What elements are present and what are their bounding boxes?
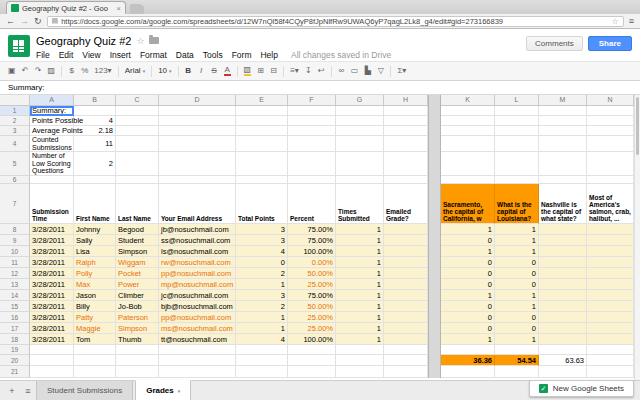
cell-G7[interactable]: Times Submitted bbox=[336, 184, 384, 224]
cell-F18[interactable]: 100.00% bbox=[288, 334, 336, 345]
folder-icon[interactable] bbox=[149, 37, 159, 44]
cell-N3[interactable] bbox=[587, 126, 634, 136]
cell-N9[interactable] bbox=[587, 235, 634, 246]
cell-H10[interactable] bbox=[384, 246, 428, 257]
row-header-15[interactable]: 15 bbox=[0, 301, 30, 312]
cell-F13[interactable]: 25.00% bbox=[288, 279, 336, 290]
cell-K2[interactable] bbox=[441, 116, 495, 126]
cell-F17[interactable]: 25.00% bbox=[288, 323, 336, 334]
cell-B8[interactable]: Johnny bbox=[74, 224, 116, 235]
row-header-10[interactable]: 10 bbox=[0, 246, 30, 257]
cell-M18[interactable] bbox=[539, 334, 587, 345]
cell-H16[interactable] bbox=[384, 312, 428, 323]
cell-E21[interactable] bbox=[236, 366, 288, 378]
cell-N12[interactable] bbox=[587, 268, 634, 279]
cell-M15[interactable] bbox=[539, 301, 587, 312]
column-header-b[interactable]: B bbox=[74, 95, 116, 106]
cell-K8[interactable]: 1 bbox=[441, 224, 495, 235]
cell-B17[interactable]: Maggie bbox=[74, 323, 116, 334]
cell-G11[interactable]: 1 bbox=[336, 257, 384, 268]
forward-icon[interactable]: → bbox=[20, 17, 29, 26]
cell-M14[interactable] bbox=[539, 290, 587, 301]
cell-D19[interactable] bbox=[159, 345, 236, 355]
cell-F9[interactable]: 75.00% bbox=[288, 235, 336, 246]
menu-format[interactable]: Format bbox=[140, 50, 167, 60]
cell-H9[interactable] bbox=[384, 235, 428, 246]
row-header-21[interactable]: 21 bbox=[0, 366, 30, 378]
percent-format-button[interactable]: % bbox=[81, 67, 88, 75]
cell-L5[interactable] bbox=[495, 152, 539, 176]
sheet-tab-grades[interactable]: Grades ▾ bbox=[135, 380, 191, 400]
undo-button[interactable]: ↶ bbox=[22, 67, 29, 75]
cell-A18[interactable]: 3/28/2011 bbox=[30, 334, 74, 345]
cell-H1[interactable] bbox=[384, 106, 428, 116]
cell-L11[interactable]: 0 bbox=[495, 257, 539, 268]
cell-E2[interactable] bbox=[236, 116, 288, 126]
cell-F1[interactable] bbox=[288, 106, 336, 116]
cell-H7[interactable]: Emailed Grade? bbox=[384, 184, 428, 224]
cell-A4[interactable]: Counted Submissions bbox=[30, 136, 74, 152]
cell-H8[interactable] bbox=[384, 224, 428, 235]
cell-L17[interactable]: 0 bbox=[495, 323, 539, 334]
cell-D13[interactable]: mp@nosuchmail.com bbox=[159, 279, 236, 290]
cell-N21[interactable] bbox=[587, 366, 634, 378]
cell-K9[interactable]: 0 bbox=[441, 235, 495, 246]
cell-H6[interactable] bbox=[384, 176, 428, 184]
cell-N6[interactable] bbox=[587, 176, 634, 184]
address-bar[interactable]: ▤ https://docs.google.com/a/google.com/s… bbox=[47, 16, 624, 27]
cell-D11[interactable]: rw@nosuchmail.com bbox=[159, 257, 236, 268]
number-format-button[interactable]: 123▾ bbox=[94, 67, 111, 75]
cell-K13[interactable]: 0 bbox=[441, 279, 495, 290]
cell-E4[interactable] bbox=[236, 136, 288, 152]
cell-K7[interactable]: Sacramento, the capital of California, w bbox=[441, 184, 495, 224]
cell-B20[interactable] bbox=[74, 355, 116, 366]
column-header-f[interactable]: F bbox=[288, 95, 336, 106]
cell-A16[interactable]: 3/28/2011 bbox=[30, 312, 74, 323]
cell-M5[interactable] bbox=[539, 152, 587, 176]
cell-M9[interactable] bbox=[539, 235, 587, 246]
cell-M10[interactable] bbox=[539, 246, 587, 257]
cell-B13[interactable]: Max bbox=[74, 279, 116, 290]
cell-E6[interactable] bbox=[236, 176, 288, 184]
cell-M2[interactable] bbox=[539, 116, 587, 126]
cell-D15[interactable]: bjb@nosuchmail.com bbox=[159, 301, 236, 312]
cell-N17[interactable] bbox=[587, 323, 634, 334]
cell-B16[interactable]: Patty bbox=[74, 312, 116, 323]
cell-M12[interactable] bbox=[539, 268, 587, 279]
cell-A10[interactable]: 3/28/2011 bbox=[30, 246, 74, 257]
row-header-16[interactable]: 16 bbox=[0, 312, 30, 323]
cell-G1[interactable] bbox=[336, 106, 384, 116]
cell-A6[interactable] bbox=[30, 176, 74, 184]
row-header-8[interactable]: 8 bbox=[0, 224, 30, 235]
cell-B5[interactable]: 2 bbox=[74, 152, 116, 176]
cell-B21[interactable] bbox=[74, 366, 116, 378]
cell-K18[interactable]: 1 bbox=[441, 334, 495, 345]
document-title[interactable]: Geography Quiz #2 bbox=[36, 35, 131, 47]
cell-L16[interactable]: 0 bbox=[495, 312, 539, 323]
cell-K16[interactable]: 0 bbox=[441, 312, 495, 323]
cell-L8[interactable]: 1 bbox=[495, 224, 539, 235]
cell-D7[interactable]: Your Email Address bbox=[159, 184, 236, 224]
cell-L6[interactable] bbox=[495, 176, 539, 184]
cell-E14[interactable]: 3 bbox=[236, 290, 288, 301]
cell-G17[interactable]: 1 bbox=[336, 323, 384, 334]
cell-M3[interactable] bbox=[539, 126, 587, 136]
formula-bar[interactable]: Summary: bbox=[0, 81, 640, 95]
menu-view[interactable]: View bbox=[82, 50, 100, 60]
cell-D10[interactable]: ls@nosuchmail.com bbox=[159, 246, 236, 257]
cell-E3[interactable] bbox=[236, 126, 288, 136]
cell-M21[interactable] bbox=[539, 366, 587, 378]
cell-E15[interactable]: 2 bbox=[236, 301, 288, 312]
cell-E12[interactable]: 2 bbox=[236, 268, 288, 279]
cell-H13[interactable] bbox=[384, 279, 428, 290]
cell-B9[interactable]: Sally bbox=[74, 235, 116, 246]
cell-H15[interactable] bbox=[384, 301, 428, 312]
scrollbar-thumb[interactable] bbox=[636, 97, 639, 155]
column-header-m[interactable]: M bbox=[539, 95, 587, 106]
row-header-18[interactable]: 18 bbox=[0, 334, 30, 345]
cell-A11[interactable]: 3/28/2011 bbox=[30, 257, 74, 268]
cell-G14[interactable]: 1 bbox=[336, 290, 384, 301]
cell-F12[interactable]: 50.00% bbox=[288, 268, 336, 279]
cell-A17[interactable]: 3/28/2011 bbox=[30, 323, 74, 334]
cell-N11[interactable] bbox=[587, 257, 634, 268]
